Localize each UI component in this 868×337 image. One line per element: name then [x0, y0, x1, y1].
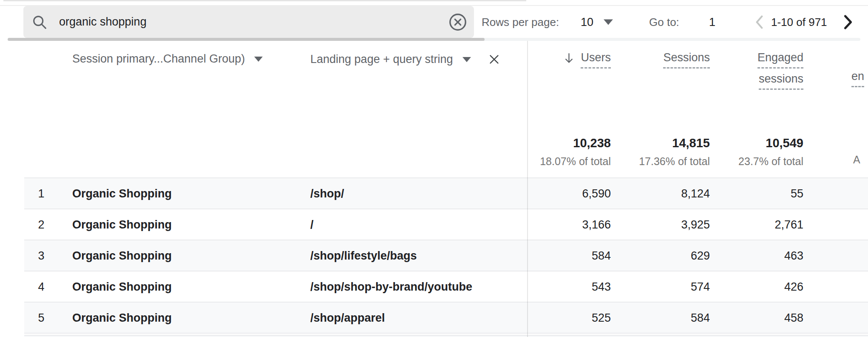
cell-engaged-sessions: 458: [784, 311, 803, 324]
cell-landing-page: /shop/shop-by-brand/youtube: [310, 280, 472, 293]
row-index: 4: [24, 280, 58, 293]
cell-landing-page: /shop/apparel: [310, 311, 385, 324]
total-value: 14,815: [639, 136, 710, 150]
metrics-divider: [527, 41, 528, 337]
row-index: 5: [24, 311, 58, 324]
cell-channel-group: Organic Shopping: [72, 218, 172, 231]
row-index: 1: [24, 187, 58, 200]
previous-page-button[interactable]: [753, 14, 765, 30]
rows-per-page-label: Rows per page:: [482, 16, 559, 29]
cell-landing-page: /: [310, 218, 314, 231]
total-engaged-sessions: 10,549 23.7% of total: [738, 136, 803, 168]
cell-sessions: 584: [691, 311, 710, 324]
caret-down-icon: [254, 57, 263, 62]
cell-channel-group: Organic Shopping: [72, 187, 172, 200]
total-share: 23.7% of total: [738, 155, 803, 168]
cell-landing-page: /shop/: [310, 187, 344, 200]
cell-sessions: 574: [691, 280, 710, 293]
total-value: 10,238: [540, 136, 611, 150]
rows-per-page-select[interactable]: 10: [581, 16, 613, 29]
table-header: Session primary...Channel Group) Landing…: [0, 41, 868, 177]
column-header-engaged-sessions[interactable]: Engaged sessions: [757, 51, 803, 94]
row-index: 2: [24, 218, 58, 231]
column-header-label: Users: [581, 51, 611, 69]
total-share: 17.36% of total: [639, 155, 710, 168]
cell-sessions: 8,124: [681, 187, 710, 200]
pagination-range: 1-10 of 971: [771, 16, 827, 29]
cell-sessions: 629: [691, 249, 710, 262]
cell-users: 525: [592, 311, 611, 324]
search-field[interactable]: organic shopping: [23, 6, 474, 38]
ga4-table-screen: organic shopping Rows per page: 10 Go to…: [0, 0, 868, 337]
cell-users: 3,166: [582, 218, 611, 231]
column-header-users[interactable]: Users: [563, 51, 611, 69]
search-input[interactable]: organic shopping: [59, 15, 448, 29]
column-header-label: Landing page + query string: [310, 53, 453, 66]
cell-channel-group: Organic Shopping: [72, 280, 172, 293]
total-share: A: [853, 154, 860, 166]
caret-down-icon: [604, 20, 613, 25]
column-header-label-line2: sessions: [759, 72, 803, 90]
cell-landing-page: /shop/lifestyle/bags: [310, 249, 417, 262]
search-icon: [31, 14, 48, 31]
caret-down-icon: [462, 57, 471, 62]
table-toolbar: organic shopping Rows per page: 10 Go to…: [0, 6, 868, 38]
cell-engaged-sessions: 55: [791, 187, 803, 200]
column-header-sessions[interactable]: Sessions: [663, 51, 710, 69]
column-header-label: Sessions: [663, 51, 710, 69]
column-header-label: en: [851, 70, 864, 87]
table-body: 1 Organic Shopping /shop/ 6,590 8,124 55…: [24, 177, 868, 334]
top-scroll-strip: [3, 0, 526, 1]
cell-sessions: 3,925: [681, 218, 710, 231]
rows-per-page-value: 10: [581, 16, 593, 29]
column-header-clipped[interactable]: en: [851, 70, 864, 87]
total-sessions: 14,815 17.36% of total: [639, 136, 710, 168]
table-row[interactable]: 4 Organic Shopping /shop/shop-by-brand/y…: [24, 271, 868, 303]
sort-descending-icon: [563, 52, 575, 65]
cell-users: 584: [592, 249, 611, 262]
total-value: 10,549: [738, 136, 803, 150]
cell-engaged-sessions: 2,761: [774, 218, 803, 231]
column-header-label-line1: Engaged: [757, 51, 803, 69]
column-header-label: Session primary...Channel Group): [72, 52, 245, 66]
total-clipped: A: [853, 154, 860, 166]
row-index: 3: [24, 249, 58, 262]
clear-search-icon[interactable]: [448, 12, 468, 32]
table-row[interactable]: 5 Organic Shopping /shop/apparel 525 584…: [24, 303, 868, 334]
cell-users: 6,590: [582, 187, 611, 200]
cell-users: 543: [592, 280, 611, 293]
table-row[interactable]: 1 Organic Shopping /shop/ 6,590 8,124 55: [24, 178, 868, 209]
column-header-landing-page[interactable]: Landing page + query string: [310, 52, 501, 66]
total-share: 18.07% of total: [540, 155, 611, 168]
next-page-button[interactable]: [842, 14, 854, 30]
go-to-input[interactable]: 1: [709, 16, 715, 29]
table-row-clipped: [24, 335, 868, 337]
total-users: 10,238 18.07% of total: [540, 136, 611, 168]
go-to-label: Go to:: [649, 16, 679, 29]
cell-channel-group: Organic Shopping: [72, 311, 172, 324]
remove-column-icon[interactable]: [487, 52, 501, 66]
cell-engaged-sessions: 463: [784, 249, 803, 262]
column-header-channel-group[interactable]: Session primary...Channel Group): [72, 52, 263, 66]
cell-engaged-sessions: 426: [784, 280, 803, 293]
table-row[interactable]: 2 Organic Shopping / 3,166 3,925 2,761: [24, 209, 868, 240]
horizontal-scrollbar[interactable]: [8, 38, 860, 41]
cell-channel-group: Organic Shopping: [72, 249, 172, 262]
scrollbar-thumb[interactable]: [8, 38, 485, 41]
table-row[interactable]: 3 Organic Shopping /shop/lifestyle/bags …: [24, 240, 868, 271]
